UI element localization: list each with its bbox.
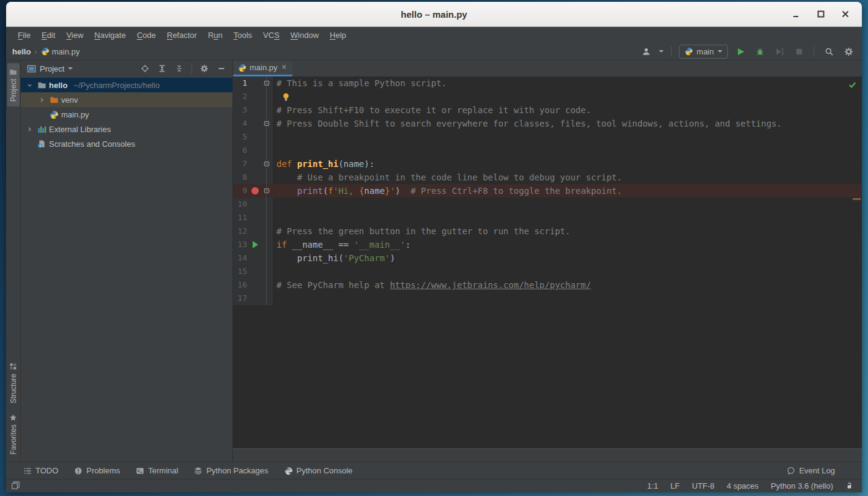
gutter-icon-slot	[250, 144, 261, 157]
expand-all-icon[interactable]	[155, 62, 169, 75]
breakpoint-dot[interactable]	[251, 187, 259, 194]
menu-item-refactor[interactable]: Refactor	[161, 29, 202, 42]
stripe-button-project[interactable]: Project	[7, 63, 20, 106]
menu-item-tools[interactable]: Tools	[228, 29, 258, 42]
code-line-13[interactable]: 13if __name__ == '__main__':	[233, 238, 862, 251]
search-everywhere-button[interactable]	[822, 45, 836, 58]
stripe-button-favorites[interactable]: Favorites	[7, 409, 20, 459]
code-line-11[interactable]: 11	[233, 211, 862, 224]
toolwindow-button-problems[interactable]: Problems	[74, 466, 120, 475]
run-with-coverage-button[interactable]	[772, 45, 787, 58]
code-line-text: if __name__ == '__main__':	[273, 238, 862, 251]
minimize-button[interactable]	[788, 6, 804, 22]
toolwindow-button-todo[interactable]: TODO	[23, 466, 58, 475]
code-line-4[interactable]: 4# Press Double Shift to search everywhe…	[233, 117, 862, 130]
editor-tab-bar: main.py	[233, 61, 862, 76]
code-line-9[interactable]: 9 print(f'Hi, {name}') # Press Ctrl+F8 t…	[233, 184, 862, 198]
gutter-icon-slot	[250, 198, 261, 211]
status-segment-lf[interactable]: LF	[670, 481, 680, 490]
event-log-button[interactable]: Event Log	[787, 466, 855, 475]
code-line-16[interactable]: 16# See PyCharm help at https://www.jetb…	[233, 278, 862, 292]
fold-marker-icon[interactable]	[261, 184, 273, 198]
user-dropdown-caret[interactable]	[659, 50, 664, 53]
maximize-button[interactable]	[813, 6, 829, 22]
menu-item-navigate[interactable]: Navigate	[89, 29, 131, 42]
python-icon	[49, 109, 59, 119]
code-line-1[interactable]: 1# This is a sample Python script.	[233, 76, 862, 90]
code-line-10[interactable]: 10	[233, 198, 862, 211]
chevron-right-icon[interactable]	[24, 124, 34, 134]
project-view-caret[interactable]	[68, 67, 73, 70]
project-panel-title[interactable]: Project	[27, 64, 73, 73]
fold-marker-icon[interactable]	[261, 157, 273, 171]
intention-bulb-icon[interactable]	[281, 92, 291, 102]
code-line-15[interactable]: 15	[233, 265, 862, 278]
run-triangle[interactable]	[253, 241, 258, 248]
code-line-2[interactable]: 2	[233, 90, 862, 103]
code-line-14[interactable]: 14 print_hi('PyCharm')	[233, 251, 862, 265]
tree-item-hello[interactable]: hello~/PycharmProjects/hello	[21, 78, 232, 92]
fold-marker-icon[interactable]	[261, 117, 273, 130]
breadcrumb-item-main-py[interactable]: main.py	[41, 47, 80, 56]
menu-item-file[interactable]: File	[12, 29, 36, 42]
toolwindow-button-terminal[interactable]: Terminal	[136, 466, 178, 475]
menu-item-view[interactable]: View	[61, 29, 89, 42]
code-line-5[interactable]: 5	[233, 130, 862, 144]
comment-hyperlink[interactable]: https://www.jetbrains.com/help/pycharm/	[390, 280, 591, 290]
menu-item-code[interactable]: Code	[132, 29, 161, 42]
run-button[interactable]	[733, 45, 747, 58]
menu-item-vcs[interactable]: VCS	[258, 29, 285, 42]
status-bar: 1:1LFUTF-84 spacesPython 3.6 (hello)	[6, 479, 862, 492]
code-line-text: # Press the green button in the gutter t…	[273, 224, 862, 238]
stop-button[interactable]	[792, 45, 806, 58]
collapse-all-icon[interactable]	[172, 62, 187, 75]
hide-icon[interactable]	[214, 62, 229, 75]
gutter-icon-slot	[250, 171, 261, 184]
stripe-button-structure[interactable]: Structure	[7, 358, 20, 409]
code-line-12[interactable]: 12# Press the green button in the gutter…	[233, 224, 862, 238]
chevron-down-icon[interactable]	[24, 80, 34, 90]
breakpoint-icon[interactable]	[250, 184, 261, 198]
inspections-ok-icon[interactable]	[848, 80, 857, 89]
menu-item-help[interactable]: Help	[324, 29, 352, 42]
fold-marker-icon[interactable]	[261, 76, 273, 90]
tree-item-external-libraries[interactable]: External Libraries	[21, 122, 232, 136]
run-configuration-selector[interactable]: main	[679, 45, 728, 59]
settings-gear-button[interactable]	[841, 45, 856, 58]
run-gutter-icon[interactable]	[250, 238, 261, 251]
code-line-6[interactable]: 6	[233, 144, 862, 157]
debug-button[interactable]	[752, 45, 767, 58]
code-line-7[interactable]: 7def print_hi(name):	[233, 157, 862, 171]
code-line-8[interactable]: 8 # Use a breakpoint in the code line be…	[233, 171, 862, 184]
gear-icon[interactable]	[197, 62, 212, 75]
status-segment-python-3-6-hello[interactable]: Python 3.6 (hello)	[771, 481, 833, 490]
fold-gutter	[261, 144, 273, 157]
toolbar-separator	[671, 46, 672, 57]
code-editor[interactable]: 1# This is a sample Python script.23# Pr…	[233, 76, 862, 449]
toolwindow-button-python-console[interactable]: Python Console	[284, 466, 353, 475]
tree-item-main-py[interactable]: main.py	[21, 107, 232, 122]
toolwindow-switcher-icon[interactable]	[11, 481, 20, 492]
code-line-17[interactable]: 17	[233, 292, 862, 305]
menu-item-run[interactable]: Run	[202, 29, 228, 42]
toolwindow-button-python-packages[interactable]: Python Packages	[194, 466, 268, 475]
editor-tab-main-py[interactable]: main.py	[233, 61, 292, 76]
chevron-right-icon[interactable]	[37, 95, 46, 105]
tab-close-icon[interactable]	[281, 63, 287, 72]
menu-item-edit[interactable]: Edit	[36, 29, 61, 42]
user-profile-button[interactable]	[639, 45, 654, 58]
code-token: '__main__'	[354, 240, 405, 250]
tree-item-venv[interactable]: venv	[21, 92, 232, 107]
unlocked-padlock-icon[interactable]	[845, 482, 853, 490]
close-button[interactable]	[837, 6, 853, 22]
code-token: # Press Ctrl+F8 to toggle the breakpoint…	[410, 186, 622, 196]
menu-item-window[interactable]: Window	[285, 29, 324, 42]
status-segment-4-spaces[interactable]: 4 spaces	[727, 481, 759, 490]
status-segment-utf-8[interactable]: UTF-8	[692, 481, 714, 490]
status-segment-1-1[interactable]: 1:1	[647, 481, 658, 490]
breadcrumb-item-hello[interactable]: hello	[12, 47, 31, 56]
locate-icon[interactable]	[138, 62, 152, 75]
code-line-3[interactable]: 3# Press Shift+F10 to execute it or repl…	[233, 103, 862, 117]
code-token: '	[390, 186, 395, 196]
tree-item-scratches[interactable]: Scratches and Consoles	[21, 136, 232, 151]
